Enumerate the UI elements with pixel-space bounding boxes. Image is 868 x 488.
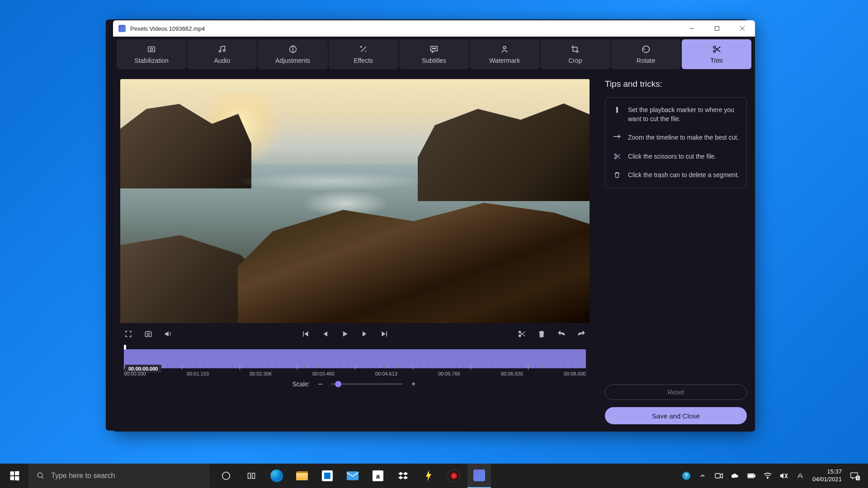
tab-trim[interactable]: Trim [682, 39, 751, 69]
cortana-icon[interactable] [214, 464, 238, 488]
tab-adjustments[interactable]: Adjustments [258, 39, 327, 69]
scale-slider[interactable] [330, 383, 403, 385]
app-icon-1[interactable] [417, 464, 440, 488]
svg-rect-30 [347, 471, 359, 480]
play-button[interactable] [340, 328, 350, 339]
snapshot-button[interactable] [143, 328, 154, 339]
svg-point-13 [503, 47, 506, 49]
tip-text: Set the playback marker to where you wan… [628, 106, 739, 123]
tab-audio[interactable]: Audio [187, 39, 257, 69]
timeline-ruler [124, 365, 586, 369]
wifi-icon[interactable] [764, 472, 772, 480]
svg-point-24 [614, 154, 616, 155]
svg-rect-1 [715, 27, 719, 31]
tab-subtitles[interactable]: Subtitles [399, 39, 469, 69]
skip-start-button[interactable] [300, 328, 311, 339]
tip-text: Click the scissors to cut the file. [628, 152, 716, 161]
tab-label: Subtitles [422, 57, 446, 64]
svg-point-11 [434, 48, 434, 49]
search-placeholder: Type here to search [51, 472, 115, 480]
step-forward-button[interactable] [359, 328, 370, 339]
svg-rect-28 [248, 473, 251, 479]
svg-point-17 [519, 335, 521, 337]
window-title: Pexels Videos 1093662.mp4 [130, 25, 205, 32]
video-converter-icon[interactable] [467, 464, 491, 488]
tray-chevron-icon[interactable] [698, 472, 707, 480]
tab-watermark[interactable]: Watermark [470, 39, 539, 69]
app-icon-2[interactable] [442, 464, 466, 488]
undo-button[interactable] [556, 328, 567, 339]
svg-rect-34 [749, 474, 754, 477]
svg-point-7 [223, 50, 225, 52]
cut-button[interactable] [516, 328, 527, 339]
svg-point-23 [614, 157, 616, 159]
close-button[interactable] [730, 20, 755, 37]
save-close-button[interactable]: Save and Close [605, 407, 747, 424]
svg-line-26 [42, 477, 43, 479]
tab-crop[interactable]: Crop [540, 39, 610, 69]
maximize-button[interactable] [704, 20, 730, 37]
svg-rect-33 [755, 475, 755, 477]
search-icon [37, 472, 45, 480]
scissors-icon [613, 152, 622, 160]
search-box[interactable]: Type here to search [29, 464, 210, 488]
minimize-button[interactable] [679, 20, 704, 37]
svg-point-9 [360, 47, 361, 47]
taskbar: Type here to search a ? 15:37 [0, 464, 868, 488]
step-back-button[interactable] [320, 328, 330, 339]
mail-icon[interactable] [341, 464, 364, 488]
svg-point-27 [222, 472, 230, 480]
app-icon [118, 25, 126, 32]
svg-point-18 [519, 331, 521, 333]
date: 04/01/2021 [812, 476, 842, 483]
tab-label: Watermark [489, 57, 520, 64]
store-icon[interactable] [316, 464, 339, 488]
tab-label: Rotate [637, 57, 655, 64]
timeline[interactable]: 00:00:00.000 00:00.000 00:01.153 00:02.3… [120, 345, 590, 377]
svg-point-25 [38, 473, 42, 478]
svg-point-16 [147, 333, 150, 335]
notifications-icon[interactable]: 5 [850, 469, 863, 482]
notif-badge: 5 [856, 476, 860, 480]
clock[interactable]: 15:37 04/01/2021 [812, 468, 842, 483]
tab-label: Stabilization [134, 57, 169, 64]
svg-point-12 [435, 48, 436, 49]
tab-stabilization[interactable]: Stabilization [117, 39, 186, 69]
tab-effects[interactable]: Effects [329, 39, 398, 69]
toolbar: Stabilization Audio Adjustments Effects … [113, 37, 755, 72]
svg-point-14 [713, 50, 716, 52]
app-window: Pexels Videos 1093662.mp4 Stabilization [113, 20, 755, 432]
svg-point-10 [432, 48, 433, 49]
time: 15:37 [812, 468, 842, 476]
zoom-out-button[interactable]: − [316, 380, 324, 388]
tab-rotate[interactable]: Rotate [611, 39, 681, 69]
volume-tray-icon[interactable] [780, 472, 788, 480]
language-icon[interactable] [796, 472, 804, 480]
battery-icon[interactable] [747, 472, 755, 480]
svg-rect-29 [252, 473, 255, 479]
explorer-icon[interactable] [290, 464, 314, 488]
skip-end-button[interactable] [379, 328, 390, 339]
reset-button[interactable]: Reset [605, 385, 747, 400]
edge-icon[interactable] [265, 464, 288, 488]
svg-rect-31 [715, 474, 720, 478]
amazon-icon[interactable]: a [366, 464, 390, 488]
tips-heading: Tips and tricks: [605, 79, 747, 89]
video-preview[interactable] [120, 79, 590, 323]
fullscreen-button[interactable] [123, 328, 134, 339]
volume-button[interactable] [163, 328, 174, 339]
title-bar: Pexels Videos 1093662.mp4 [113, 20, 755, 37]
trash-icon [613, 171, 622, 179]
redo-button[interactable] [576, 328, 587, 339]
tab-label: Adjustments [275, 57, 310, 64]
scale-label: Scale: [292, 380, 310, 388]
dropbox-icon[interactable] [392, 464, 415, 488]
delete-button[interactable] [536, 328, 547, 339]
task-view-icon[interactable] [240, 464, 263, 488]
zoom-in-button[interactable]: + [409, 380, 417, 388]
help-icon[interactable]: ? [682, 472, 690, 480]
onedrive-icon[interactable] [731, 472, 739, 480]
tab-label: Crop [568, 57, 582, 64]
meet-now-icon[interactable] [715, 472, 723, 480]
start-button[interactable] [0, 464, 29, 488]
